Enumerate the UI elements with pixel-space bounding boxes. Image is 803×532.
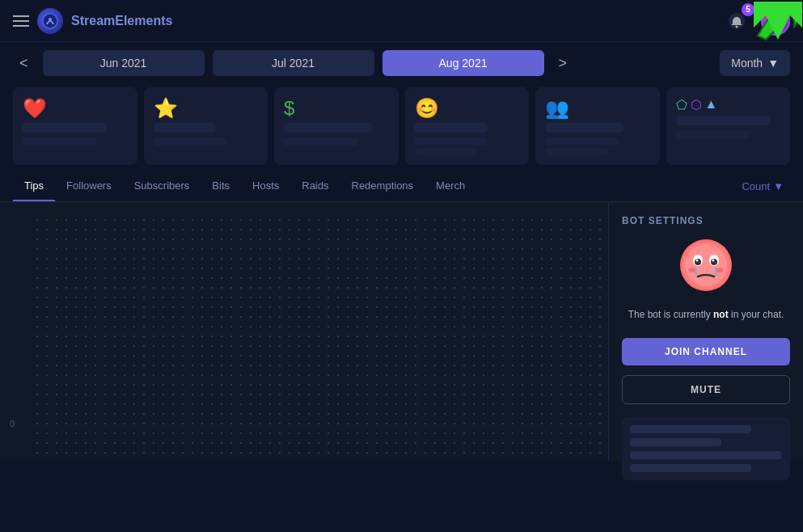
blur-line-1 (630, 425, 751, 433)
tab-subscribers[interactable]: Subscribers (123, 171, 201, 201)
blur-line-4 (630, 464, 751, 472)
tab-tips[interactable]: Tips (13, 171, 55, 201)
next-date-button[interactable]: > (552, 52, 574, 75)
month-selector[interactable]: Month ▼ (720, 50, 790, 76)
tab-raids[interactable]: Raids (290, 171, 340, 201)
stat-card-tips: ❤️ (13, 87, 137, 165)
tabs-area: Tips Followers Subscribers Bits Hosts Ra… (0, 171, 803, 202)
tab-merch[interactable]: Merch (425, 171, 476, 201)
blur-line-3 (630, 451, 782, 459)
svg-point-15 (716, 268, 724, 272)
blur-line-2 (630, 438, 721, 446)
svg-point-12 (696, 260, 699, 262)
heart-icon: ❤️ (23, 97, 128, 120)
bot-face-svg (680, 239, 732, 291)
chart-zero-label: 0 (10, 419, 15, 429)
bot-info-block (622, 417, 790, 480)
date-jun-2021[interactable]: Jun 2021 (43, 50, 205, 76)
prev-date-button[interactable]: < (13, 52, 35, 75)
logo-icon (37, 8, 63, 34)
month-dropdown-arrow: ▼ (767, 57, 779, 70)
face-icon: 😊 (415, 97, 520, 120)
star-icon: ⭐ (154, 97, 259, 120)
stat-followers-value (545, 123, 623, 133)
tab-redemptions[interactable]: Redemptions (340, 171, 425, 201)
multi-icons: ⬠ ⬡ ▲ (676, 97, 781, 112)
stat-card-emoji: 😊 (405, 87, 530, 165)
pentagon-icon: ⬠ (676, 97, 687, 112)
triangle-icon: ▲ (705, 97, 718, 112)
notification-button[interactable]: 5 (722, 6, 751, 36)
stat-card-multi: ⬠ ⬡ ▲ (666, 87, 791, 165)
tab-hosts[interactable]: Hosts (241, 171, 290, 201)
chart-area: 0 (0, 202, 609, 461)
stat-multi-label (676, 130, 750, 138)
chart-canvas (32, 215, 602, 454)
stat-followers-label (545, 137, 619, 146)
hamburger-menu[interactable] (13, 15, 29, 27)
stat-followers-sublabel (545, 149, 608, 155)
main-layout: 0 BOT SETTINGS (0, 202, 803, 461)
bot-settings-title: BOT SETTINGS (622, 215, 790, 226)
stat-money-label (284, 137, 357, 146)
stat-emoji-sublabel (415, 149, 478, 155)
join-channel-button[interactable]: JOIN CHANNEL (622, 338, 790, 365)
svg-point-3 (736, 25, 738, 27)
count-chevron-icon: ▼ (773, 180, 784, 192)
users-icon: 👥 (545, 97, 650, 120)
bot-avatar-container (622, 239, 790, 298)
header-right: 5 🎮 (722, 6, 790, 36)
stat-card-followers: 👥 (535, 87, 660, 165)
dollar-icon: $ (284, 97, 389, 120)
count-dropdown[interactable]: Count ▼ (735, 174, 790, 199)
hexagon-icon: ⬡ (691, 97, 702, 112)
svg-point-14 (688, 268, 696, 272)
date-aug-2021[interactable]: Aug 2021 (382, 50, 544, 76)
stat-tips-value (23, 123, 107, 133)
svg-point-13 (712, 260, 715, 262)
date-navigation: < Jun 2021 Jul 2021 Aug 2021 > Month ▼ (0, 42, 803, 84)
header: StreamElements 5 🎮 (0, 0, 803, 42)
stat-cards: ❤️ ⭐ $ 😊 👥 ⬠ ⬡ ▲ (0, 84, 803, 168)
bot-status-text: The bot is currently not in your chat. (622, 307, 790, 322)
right-panel: BOT SETTINGS (609, 202, 803, 461)
mute-button[interactable]: MUTE (622, 375, 790, 404)
svg-point-7 (685, 244, 727, 286)
stat-multi-value (676, 116, 771, 125)
header-left: StreamElements (13, 8, 172, 34)
date-jul-2021[interactable]: Jul 2021 (213, 50, 374, 76)
stat-emoji-value (415, 123, 488, 133)
logo-text: StreamElements (71, 14, 172, 28)
stat-money-value (284, 123, 373, 133)
tab-followers[interactable]: Followers (55, 171, 123, 201)
green-arrow-icon (750, 0, 803, 52)
stat-emoji-label (415, 137, 488, 146)
stat-card-stars: ⭐ (144, 87, 268, 165)
stat-tips-label (23, 137, 96, 146)
stat-stars-value (154, 123, 217, 133)
stat-card-money: $ (274, 87, 399, 165)
svg-point-1 (49, 18, 52, 21)
stat-stars-label (154, 137, 227, 146)
tab-bits[interactable]: Bits (201, 171, 241, 201)
bot-avatar (680, 239, 732, 291)
